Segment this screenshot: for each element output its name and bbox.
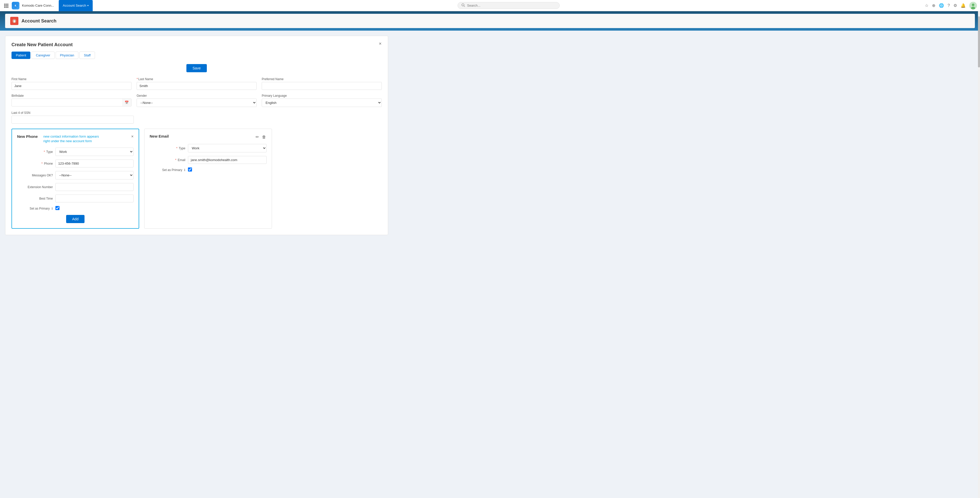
- app-name: Komodo Care Conn...: [22, 3, 54, 7]
- scrollbar-track[interactable]: [978, 11, 980, 498]
- search-input[interactable]: [467, 3, 556, 7]
- page-header-inner: 📋 Account Search: [5, 14, 975, 28]
- app-logo: K: [12, 2, 19, 10]
- phone-number-label: Phone: [44, 162, 53, 165]
- last-name-input[interactable]: [137, 82, 257, 90]
- app-grid-icon[interactable]: [3, 3, 9, 9]
- phone-card-close-button[interactable]: ×: [131, 134, 134, 139]
- tab-staff[interactable]: Staff: [80, 52, 95, 59]
- settings-icon[interactable]: ⚙: [953, 3, 957, 8]
- svg-text:K: K: [14, 4, 17, 7]
- phone-primary-checkbox[interactable]: [56, 206, 59, 210]
- calendar-icon[interactable]: 📅: [122, 99, 131, 106]
- star-icon[interactable]: ☆: [925, 3, 928, 8]
- close-form-button[interactable]: ×: [377, 40, 384, 47]
- phone-add-button[interactable]: Add: [66, 215, 85, 223]
- email-primary-info-icon: ℹ: [184, 168, 185, 172]
- main-content: Create New Patient Account × Patient Car…: [0, 31, 980, 498]
- tab-physician[interactable]: Physician: [56, 52, 79, 59]
- phone-type-row: * Type Work Home Mobile Fax Other: [17, 148, 134, 156]
- account-type-tabs: Patient Caregiver Physician Staff: [11, 52, 382, 59]
- extension-number-input[interactable]: [56, 183, 134, 191]
- preferred-name-label: Preferred Name: [262, 77, 382, 81]
- messages-ok-row: Messages OK? --None-- Yes No: [17, 171, 134, 180]
- email-type-row: * Type Work Home Other: [150, 144, 267, 153]
- birthdate-label: Birthdate: [11, 94, 132, 97]
- gender-select[interactable]: --None-- Male Female Other Unknown: [137, 99, 257, 107]
- primary-language-label: Primary Language: [262, 94, 382, 97]
- email-card-icons: ✏ 🗑: [255, 134, 267, 140]
- phone-number-input[interactable]: [56, 159, 134, 167]
- extension-number-label: Extension Number: [27, 185, 53, 189]
- first-name-field: First Name: [11, 77, 132, 90]
- email-address-input[interactable]: [188, 156, 267, 164]
- form-card-title: Create New Patient Account: [11, 42, 382, 48]
- phone-add-btn-area: Add: [17, 215, 134, 223]
- svg-point-14: [972, 3, 974, 6]
- help-icon[interactable]: ?: [948, 3, 950, 8]
- global-search-bar: [93, 2, 925, 9]
- user-avatar[interactable]: [969, 2, 977, 10]
- ssn-input[interactable]: [11, 116, 134, 124]
- svg-rect-3: [4, 5, 5, 6]
- phone-card-header: New Phone new contact information form a…: [17, 134, 134, 143]
- email-type-select[interactable]: Work Home Other: [188, 144, 267, 153]
- email-address-row: * Email: [150, 156, 267, 164]
- primary-language-field: Primary Language English Spanish French …: [262, 94, 382, 107]
- phone-primary-label: Set as Primary: [30, 207, 50, 210]
- birthdate-input[interactable]: [12, 99, 122, 106]
- search-icon: [461, 3, 465, 8]
- best-time-input[interactable]: [56, 194, 134, 202]
- save-button[interactable]: Save: [186, 64, 207, 72]
- save-area: Save: [11, 64, 382, 72]
- page-header-band: 📋 Account Search: [0, 11, 980, 31]
- bell-icon[interactable]: 🔔: [961, 3, 966, 8]
- top-nav-right: ☆ ⊕ 🌐 ? ⚙ 🔔: [925, 2, 977, 10]
- birthdate-input-wrap: 📅: [11, 99, 132, 107]
- add-icon[interactable]: ⊕: [932, 3, 935, 8]
- best-time-row: Best Time: [17, 194, 134, 202]
- first-name-label: First Name: [11, 77, 132, 81]
- svg-rect-5: [7, 5, 8, 6]
- svg-rect-4: [6, 5, 7, 6]
- name-fields-row: First Name *Last Name Preferred Name: [11, 77, 382, 90]
- email-delete-button[interactable]: 🗑: [261, 134, 267, 140]
- email-address-label: Email: [178, 158, 185, 162]
- svg-text:📋: 📋: [13, 19, 16, 23]
- gender-label: Gender: [137, 94, 257, 97]
- birthdate-field: Birthdate 📅: [11, 94, 132, 107]
- phone-card-note-line1: new contact information form appears: [43, 134, 99, 139]
- tab-caregiver[interactable]: Caregiver: [32, 52, 54, 59]
- page-icon: 📋: [10, 17, 18, 25]
- svg-rect-6: [4, 6, 5, 8]
- email-edit-button[interactable]: ✏: [255, 134, 259, 140]
- email-primary-checkbox[interactable]: [188, 167, 192, 172]
- messages-ok-select[interactable]: --None-- Yes No: [56, 171, 134, 180]
- email-type-label: Type: [179, 146, 185, 150]
- new-email-card: New Email ✏ 🗑 * Type Work H: [144, 129, 272, 229]
- chevron-down-icon: ▾: [88, 4, 89, 7]
- email-primary-row: Set as Primary ℹ: [150, 167, 267, 172]
- phone-type-select[interactable]: Work Home Mobile Fax Other: [56, 148, 134, 156]
- email-card-title: New Email: [150, 134, 169, 138]
- create-patient-form-card: Create New Patient Account × Patient Car…: [5, 36, 388, 235]
- email-primary-label: Set as Primary: [162, 168, 182, 172]
- phone-card-note-line2: right under the new account form: [43, 139, 99, 143]
- last-name-field: *Last Name: [137, 77, 257, 90]
- svg-rect-8: [7, 6, 8, 8]
- preferred-name-input[interactable]: [262, 82, 382, 90]
- tab-patient[interactable]: Patient: [11, 52, 30, 59]
- new-phone-card: New Phone new contact information form a…: [11, 129, 139, 229]
- notification-icon[interactable]: 🌐: [939, 3, 944, 8]
- gender-field: Gender --None-- Male Female Other Unknow…: [137, 94, 257, 107]
- phone-number-row: * Phone: [17, 159, 134, 167]
- email-card-header: New Email ✏ 🗑: [150, 134, 267, 140]
- primary-language-select[interactable]: English Spanish French Mandarin Other: [262, 99, 382, 107]
- first-name-input[interactable]: [11, 82, 132, 90]
- last-name-label: *Last Name: [137, 77, 257, 81]
- phone-card-title: New Phone: [17, 134, 38, 138]
- scrollbar-thumb[interactable]: [978, 16, 980, 67]
- svg-rect-0: [4, 3, 5, 5]
- account-search-tab[interactable]: Account Search ▾: [59, 0, 93, 11]
- page-title: Account Search: [21, 18, 56, 24]
